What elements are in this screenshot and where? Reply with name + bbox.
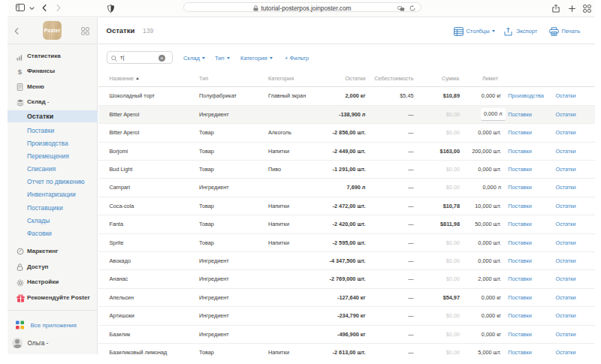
svg-text:$: $ (18, 68, 23, 76)
